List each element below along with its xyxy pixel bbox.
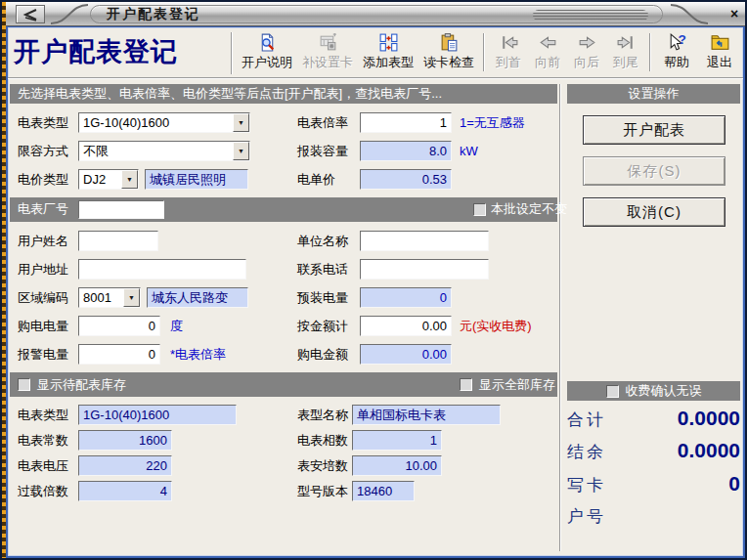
batch-fixed-checkbox[interactable] (473, 203, 486, 216)
buy-amount-field: 0.00 (360, 344, 452, 365)
cancel-button[interactable]: 取消(C) (583, 197, 725, 227)
exit-button[interactable]: 退出 (698, 30, 741, 76)
factory-no-label: 电表厂号 (18, 197, 68, 221)
account-no-row: 户号 (567, 505, 740, 537)
by-amount-input[interactable] (361, 317, 451, 335)
window-edge-decoration (2, 2, 6, 558)
capacity-label: 报装容量 (297, 141, 348, 161)
account-no-label: 户号 (567, 505, 606, 528)
org-name-input[interactable] (361, 232, 488, 250)
toolbar: 开户说明 补设置卡 (237, 30, 741, 76)
settings-header: 设置操作 (567, 84, 740, 104)
meter-ratio-input[interactable] (361, 113, 451, 132)
meter-ratio-hint: 1=无互感器 (460, 112, 525, 133)
price-type-dropdown[interactable]: DJ2 ▼ (78, 169, 139, 190)
inv-meter-type-label: 电表类型 (18, 405, 68, 425)
price-type-desc-field: 城镇居民照明 (145, 169, 248, 190)
address-field-wrap (78, 259, 246, 280)
toolbar-group-separator (483, 33, 485, 71)
exit-folder-icon (710, 31, 730, 54)
save-button[interactable]: 保存(S) (583, 156, 725, 186)
model-name-label: 表型名称 (297, 405, 348, 425)
meter-const-field: 1600 (78, 430, 172, 451)
toolbar-group-separator (649, 33, 651, 71)
close-icon[interactable]: × (725, 6, 743, 22)
add-meter-type-button[interactable]: 添加表型 (358, 30, 418, 76)
instruction-bar: 先选择电表类型、电表倍率、电价类型等后点击[开户配表]，查找电表厂号... (10, 84, 557, 104)
last-arrow-icon (616, 31, 637, 54)
buy-energy-input[interactable] (79, 317, 159, 335)
fee-confirm-checkbox[interactable] (606, 385, 619, 398)
add-meter-type-icon (378, 31, 399, 54)
buy-energy-field-wrap (78, 316, 160, 336)
alarm-energy-input[interactable] (79, 345, 159, 364)
app-icon (16, 5, 45, 23)
read-card-check-button[interactable]: 读卡检查 (418, 30, 479, 76)
preset-energy-field: 0 (360, 287, 452, 308)
go-first-button[interactable]: 到首 (489, 30, 528, 76)
prev-arrow-icon (538, 31, 558, 54)
chevron-down-icon[interactable]: ▼ (123, 288, 140, 307)
area-code-dropdown[interactable]: 8001 ▼ (78, 287, 141, 308)
org-name-label: 单位名称 (297, 231, 348, 251)
assign-meter-button[interactable]: 开户配表 (583, 115, 725, 145)
phone-input[interactable] (361, 260, 488, 279)
balance-label: 结余 (567, 441, 606, 463)
unit-price-field: 0.53 (360, 169, 452, 190)
chevron-down-icon[interactable]: ▼ (233, 113, 249, 132)
chevron-down-icon[interactable]: ▼ (121, 170, 138, 189)
phase-count-field: 1 (352, 430, 442, 451)
show-pending-stock-checkbox[interactable] (18, 378, 30, 391)
area-code-label: 区域编码 (18, 287, 68, 308)
buy-energy-unit: 度 (170, 316, 183, 336)
meter-ratio-label: 电表倍率 (297, 112, 348, 133)
write-card-label: 写卡 (567, 474, 606, 496)
go-prev-button[interactable]: 向前 (528, 30, 567, 76)
show-all-stock-checkbox[interactable] (460, 378, 472, 391)
titlebar[interactable]: 开户配表登记 × (6, 2, 745, 26)
titlebar-stripes (533, 10, 648, 21)
factory-no-input[interactable] (79, 202, 163, 219)
toolbar-button-label: 到首 (496, 54, 521, 71)
overload-label: 过载倍数 (18, 481, 68, 501)
limit-mode-dropdown[interactable]: 不限 ▼ (78, 141, 250, 161)
phone-label: 联系电话 (297, 259, 348, 280)
phone-field-wrap (360, 259, 489, 280)
unit-price-label: 电单价 (297, 169, 335, 190)
price-type-value: DJ2 (79, 170, 121, 189)
capacity-field: 8.0 (360, 141, 452, 161)
titlebar-pill: 开户配表登记 (90, 5, 663, 23)
show-pending-stock-label: 显示待配表库存 (37, 372, 126, 397)
buy-amount-label: 购电金额 (297, 344, 348, 365)
app-logo-icon (21, 8, 40, 22)
toolbar-button-label: 添加表型 (363, 54, 414, 71)
supplement-card-button[interactable]: 补设置卡 (297, 30, 358, 76)
user-name-input[interactable] (79, 232, 157, 250)
toolbar-button-label: 读卡检查 (423, 54, 474, 71)
toolbar-button-label: 到尾 (613, 54, 638, 71)
panel-divider (559, 84, 561, 551)
open-account-info-button[interactable]: 开户说明 (237, 30, 297, 76)
help-cursor-icon: ? (667, 31, 687, 54)
buy-energy-label: 购电电量 (18, 316, 68, 336)
meter-type-dropdown[interactable]: 1G-10(40)1600 ▼ (78, 112, 250, 133)
balance-value: 0.0000 (678, 439, 740, 462)
balance-row: 结余 0.0000 (567, 439, 740, 470)
meter-type-label: 电表类型 (18, 112, 68, 133)
by-amount-field-wrap (360, 316, 452, 336)
total-row: 合计 0.0000 (567, 407, 740, 438)
help-button[interactable]: ? 帮助 (655, 30, 698, 76)
chevron-down-icon[interactable]: ▼ (233, 142, 249, 160)
batch-fixed-label: 本批设定不变 (491, 197, 567, 221)
toolbar-button-label: 向前 (535, 54, 560, 71)
show-all-stock-label: 显示全部库存 (479, 372, 555, 397)
app-window: 开户配表登记 × 开户配表登记 开户说明 (0, 0, 747, 560)
go-last-button[interactable]: 到尾 (606, 30, 645, 76)
toolbar-button-label: 开户说明 (242, 54, 292, 71)
go-next-button[interactable]: 向后 (567, 30, 606, 76)
capacity-unit: kW (460, 141, 478, 161)
ampere-label: 表安培数 (297, 455, 348, 476)
address-input[interactable] (79, 260, 245, 279)
toolbar-button-label: 向后 (574, 54, 599, 71)
model-name-field: 单相国标电卡表 (352, 405, 501, 425)
